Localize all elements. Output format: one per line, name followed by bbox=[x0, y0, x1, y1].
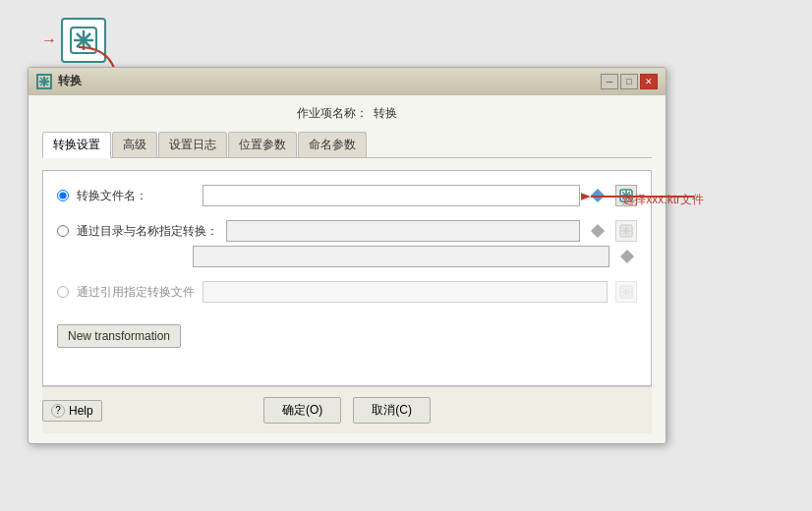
titlebar-buttons: ─ □ ✕ bbox=[601, 74, 658, 89]
directory-name-diamond-btn bbox=[617, 246, 637, 267]
new-transformation-button[interactable]: New transformation bbox=[57, 324, 181, 348]
filename-diamond-btn[interactable] bbox=[588, 185, 608, 206]
job-name-value: 转换 bbox=[374, 105, 397, 122]
titlebar-left: 转换 bbox=[36, 73, 82, 89]
directory-input bbox=[226, 220, 580, 242]
tabs: 转换设置 高级 设置日志 位置参数 命名参数 bbox=[42, 132, 652, 158]
tab-advanced[interactable]: 高级 bbox=[112, 132, 157, 157]
tab-name-params[interactable]: 命名参数 bbox=[298, 132, 367, 157]
tab-settings-log[interactable]: 设置日志 bbox=[158, 132, 227, 157]
directory-diamond-btn bbox=[588, 220, 608, 242]
close-button[interactable]: ✕ bbox=[640, 74, 658, 89]
radio-filename[interactable] bbox=[57, 190, 69, 201]
reference-input bbox=[203, 281, 608, 303]
node-cross-icon bbox=[70, 27, 97, 54]
reference-icon-btn bbox=[615, 281, 637, 303]
node-icon-box bbox=[61, 18, 106, 63]
option-filename-row: 转换文件名： bbox=[57, 185, 637, 206]
title-icon bbox=[36, 74, 52, 89]
help-icon: ? bbox=[51, 404, 65, 418]
job-name-label: 作业项名称： bbox=[297, 105, 368, 122]
option-directory-label: 通过目录与名称指定转换： bbox=[77, 223, 218, 240]
directory-icon-btn bbox=[615, 220, 637, 242]
node-arrow: → bbox=[41, 31, 57, 49]
dialog-titlebar: 转换 ─ □ ✕ bbox=[29, 68, 666, 95]
dialog-title: 转换 bbox=[58, 73, 82, 89]
dialog-footer: ? Help 确定(O) 取消(C) bbox=[42, 386, 652, 433]
option-reference-label: 通过引用指定转换文件 bbox=[77, 284, 195, 301]
cancel-button[interactable]: 取消(C) bbox=[353, 397, 431, 424]
radio-reference[interactable] bbox=[57, 286, 69, 298]
tab-transform-settings[interactable]: 转换设置 bbox=[42, 132, 111, 158]
confirm-button[interactable]: 确定(O) bbox=[263, 397, 341, 424]
restore-button[interactable]: □ bbox=[620, 74, 638, 89]
dialog-content: 作业项名称： 转换 转换设置 高级 设置日志 位置参数 命名参数 转换文件名： bbox=[29, 95, 666, 443]
option-directory-row: 通过目录与名称指定转换： bbox=[57, 220, 637, 267]
filename-icon-btn[interactable] bbox=[615, 185, 637, 206]
dialog: 转换 ─ □ ✕ 作业项名称： 转换 转换设置 高级 设置日志 位置参数 命名参… bbox=[28, 67, 667, 444]
minimize-button[interactable]: ─ bbox=[601, 74, 618, 89]
directory-name-input bbox=[193, 246, 609, 267]
help-button[interactable]: ? Help bbox=[42, 400, 102, 422]
tab-position-params[interactable]: 位置参数 bbox=[228, 132, 297, 157]
option-filename-label: 转换文件名： bbox=[77, 188, 195, 204]
filename-input[interactable] bbox=[203, 185, 580, 206]
option-reference-row: 通过引用指定转换文件 bbox=[57, 281, 637, 303]
job-name-row: 作业项名称： 转换 bbox=[42, 105, 652, 122]
tab-content: 转换文件名： bbox=[42, 170, 652, 386]
radio-directory[interactable] bbox=[57, 225, 69, 237]
